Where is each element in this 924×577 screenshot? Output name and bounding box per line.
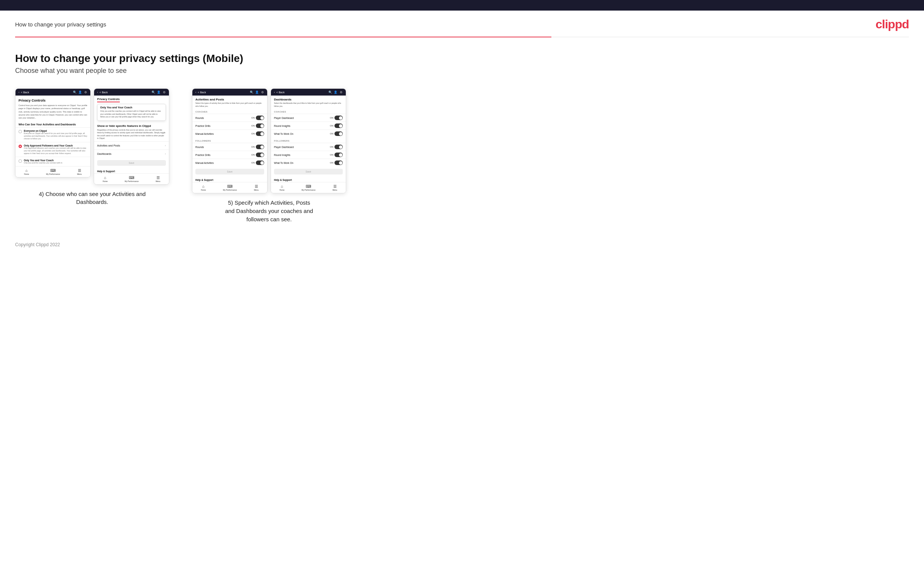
menu2-icon: ☰ (157, 176, 160, 180)
coaches-manual-toggle[interactable] (256, 131, 264, 136)
screen2-dropdown: Only You and Your Coach Only you and the… (97, 104, 166, 121)
radio-everyone[interactable] (18, 130, 22, 133)
radio-only-you[interactable] (18, 160, 22, 163)
performance2-icon: ⌨ (129, 176, 134, 180)
followers-manual-toggle[interactable] (256, 161, 264, 165)
top-bar (0, 0, 924, 11)
search2-icon[interactable]: 🔍 (152, 90, 155, 94)
nav-menu[interactable]: ☰ Menu (77, 168, 82, 175)
settings2-icon[interactable]: ⚙ (162, 90, 166, 94)
followers-drills-toggle[interactable] (256, 153, 264, 157)
caption5-line1: 5) Specify which Activities, Posts (228, 199, 310, 206)
screen2-help: Help & Support (94, 168, 169, 173)
screen3-save-btn[interactable]: Save (195, 169, 264, 174)
nav2-performance[interactable]: ⌨ My Performance (125, 176, 139, 182)
page-subheading: Choose what you want people to see (15, 67, 909, 75)
phones-1-2: ‹ < Back 🔍 👤 ⚙ Privacy Controls Control … (15, 89, 169, 185)
coaches-workon-toggle[interactable] (334, 131, 343, 136)
settings-icon[interactable]: ⚙ (84, 90, 87, 94)
screen2-save-btn[interactable]: Save (97, 160, 166, 166)
nav3-menu-label: Menu (254, 189, 259, 191)
show-hide-title: Show or hide specific features in Clippd (97, 124, 166, 127)
screen4-save-btn[interactable]: Save (274, 169, 343, 174)
coaches-player-label: Player Dashboard (274, 117, 294, 119)
screen3-back[interactable]: ‹ < Back (195, 91, 206, 93)
nav4-home-label: Home (279, 189, 284, 191)
coaches-drills-toggle-group: ON (251, 124, 264, 128)
coaches-rounds-toggle[interactable] (256, 116, 264, 120)
option-approved[interactable]: Only Approved Followers and Your Coach O… (16, 142, 90, 157)
nav-home[interactable]: ⌂ Home (24, 168, 29, 175)
screen2-tab-label[interactable]: Privacy Controls (97, 97, 120, 101)
followers-workon-label: What To Work On (274, 162, 293, 164)
search4-icon[interactable]: 🔍 (328, 90, 332, 94)
nav-menu-label: Menu (77, 173, 82, 175)
coaches-player-row: Player Dashboard ON (271, 114, 346, 122)
coaches-insights-toggle-group: ON (330, 124, 343, 128)
screen1-body: Privacy Controls Control how you and you… (16, 95, 90, 166)
performance3-icon: ⌨ (227, 184, 233, 189)
nav4-menu[interactable]: ☰ Menu (333, 184, 338, 191)
screen1-list-heading: Who Can See Your Activities and Dashboar… (16, 122, 90, 127)
topbar4-icons: 🔍 👤 ⚙ (328, 90, 343, 94)
coaches-player-toggle[interactable] (334, 116, 343, 120)
nav4-home[interactable]: ⌂ Home (279, 184, 284, 191)
topbar3-icons: 🔍 👤 ⚙ (250, 90, 264, 94)
radio-approved[interactable] (18, 145, 22, 148)
screen2-tab-area: Privacy Controls (94, 95, 169, 102)
person4-icon[interactable]: 👤 (334, 90, 338, 94)
followers-workon-toggle[interactable] (334, 161, 343, 165)
nav2-menu[interactable]: ☰ Menu (156, 176, 161, 182)
nav3-home[interactable]: ⌂ Home (201, 184, 206, 191)
followers-player-toggle[interactable] (334, 145, 343, 149)
back-icon: ‹ (18, 91, 19, 93)
nav4-performance[interactable]: ⌨ My Performance (302, 184, 315, 191)
option-only-you[interactable]: Only You and Your Coach Only you and the… (16, 157, 90, 166)
search-icon[interactable]: 🔍 (73, 90, 77, 94)
followers-label-4: FOLLOWERS (271, 137, 346, 143)
coaches-manual-toggle-group: ON (251, 131, 264, 136)
screen4-back[interactable]: ‹ < Back (274, 91, 284, 93)
settings3-icon[interactable]: ⚙ (260, 90, 264, 94)
followers-insights-toggle[interactable] (334, 153, 343, 157)
nav3-menu[interactable]: ☰ Menu (254, 184, 259, 191)
screen1-back[interactable]: ‹ < Back (18, 91, 29, 93)
screen2-mockup: ‹ < Back 🔍 👤 ⚙ Privacy Controls (94, 89, 169, 185)
person2-icon[interactable]: 👤 (157, 90, 161, 94)
dropdown-title: Only You and Your Coach (100, 106, 163, 109)
right-screenshot-group: ‹ < Back 🔍 👤 ⚙ Activities and Posts Sel (192, 89, 346, 223)
nav-performance[interactable]: ⌨ My Performance (46, 168, 60, 175)
nav-performance-label: My Performance (46, 173, 60, 175)
screen3-topbar: ‹ < Back 🔍 👤 ⚙ (192, 89, 267, 95)
settings4-icon[interactable]: ⚙ (339, 90, 343, 94)
show-hide-text: Regardless of the privacy controls that … (97, 129, 166, 140)
page-heading: How to change your privacy settings (Mob… (15, 53, 909, 64)
followers-rounds-label: Rounds (195, 146, 204, 148)
screen2-back[interactable]: ‹ < Back (97, 91, 108, 93)
nav4-menu-label: Menu (333, 189, 338, 191)
search3-icon[interactable]: 🔍 (250, 90, 254, 94)
option-approved-text: Only Approved Followers and Your Coach O… (24, 144, 87, 155)
coaches-workon-toggle-group: ON (330, 131, 343, 136)
coaches-player-toggle-group: ON (330, 116, 343, 120)
coaches-drills-toggle[interactable] (256, 124, 264, 128)
performance4-icon: ⌨ (306, 184, 311, 189)
menu-item-activities[interactable]: Activities and Posts › (94, 141, 169, 150)
followers-rounds-toggle[interactable] (256, 145, 264, 149)
followers-workon-on-text: ON (330, 162, 333, 164)
nav3-performance-label: My Performance (223, 189, 237, 191)
home-icon: ⌂ (25, 168, 27, 172)
followers-workon-row: What To Work On ON (271, 159, 346, 166)
coaches-insights-toggle[interactable] (334, 124, 343, 128)
person-icon[interactable]: 👤 (78, 90, 82, 94)
screen4-bottom-nav: ⌂ Home ⌨ My Performance ☰ Menu (271, 182, 346, 193)
back4-label: < Back (276, 91, 284, 93)
person3-icon[interactable]: 👤 (255, 90, 259, 94)
nav2-home[interactable]: ⌂ Home (103, 176, 108, 182)
menu-item-dashboards[interactable]: Dashboards › (94, 150, 169, 158)
screen4-title: Dashboards (274, 98, 343, 101)
nav3-performance[interactable]: ⌨ My Performance (223, 184, 237, 191)
option-everyone[interactable]: Everyone on Clippd Everyone on Clippd ca… (16, 127, 90, 142)
caption5-text: 5) Specify which Activities, Posts and D… (225, 198, 313, 223)
followers-player-toggle-group: ON (330, 145, 343, 149)
